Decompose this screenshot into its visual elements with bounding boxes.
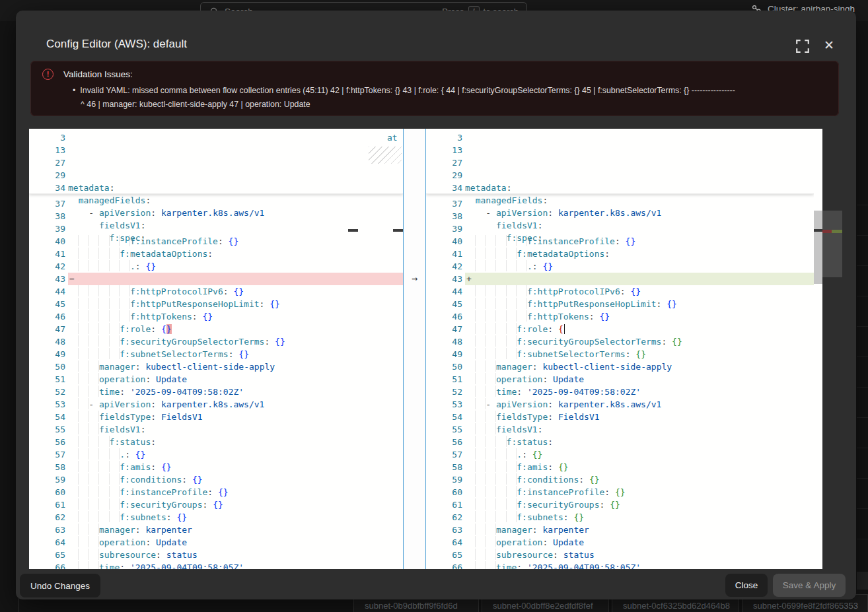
background-row-line [857, 387, 868, 388]
sticky-line-27[interactable]: 27 - apiVersion: karpenter.k8s.aws/v1 [29, 156, 403, 169]
code-line-50[interactable]: 50 fieldsType: FieldsV1 [29, 360, 403, 373]
line-number: 48 [29, 335, 65, 348]
scrollbar-slider[interactable] [814, 211, 822, 284]
code-line-53[interactable]: 53 .: {} [426, 398, 814, 411]
line-number: 65 [29, 549, 65, 561]
line-number: 56 [426, 436, 462, 448]
error-icon: ! [42, 69, 54, 80]
code-line-56[interactable]: 56 f:instanceProfile: {} [29, 436, 403, 448]
code-line-64[interactable]: 64 resourceVersion: '3429' [29, 536, 403, 549]
code-line-41[interactable]: 41 f:httpPutResponseHopLimit: {} [426, 248, 814, 260]
revert-change-arrow[interactable]: → [404, 273, 425, 285]
scrollbar-position-mark [814, 229, 822, 232]
code-line-57[interactable]: 57 f:securityGroups: {} [426, 448, 814, 461]
code-line-44[interactable]: 44 f:securityGroupSelectorTerms: {} [29, 285, 403, 298]
code-line-57[interactable]: 57 f:securityGroups: {} [29, 448, 403, 461]
sticky-line-27[interactable]: 27 - apiVersion: karpenter.k8s.aws/v1 [426, 156, 814, 169]
code-line-55[interactable]: 55 f:conditions: {} [426, 423, 814, 436]
code-line-59[interactable]: 59 manager: karpenter [29, 473, 403, 486]
line-number: 48 [426, 335, 462, 348]
code-line-66[interactable]: 66 spec: [29, 561, 403, 569]
code-line-55[interactable]: 55 f:conditions: {} [29, 423, 403, 436]
background-row-line [857, 205, 868, 205]
sticky-line-13[interactable]: 13 managedFields: [29, 144, 403, 156]
line-number: 44 [29, 285, 65, 298]
code-line-43[interactable]: 43 + f:role: { [426, 273, 814, 285]
line-number: 63 [426, 524, 462, 536]
code-line-48[interactable]: 48 time: '2025-09-04T09:58:02Z' [29, 335, 403, 348]
line-number: 52 [426, 386, 462, 398]
fullscreen-icon[interactable] [795, 39, 810, 53]
code-line-54[interactable]: 54 f:amis: {} [426, 411, 814, 423]
code-line-60[interactable]: 60 operation: Update [426, 486, 814, 498]
sticky-line-29[interactable]: 29 fieldsV1: [29, 169, 403, 182]
code-line-42[interactable]: 42 f:httpTokens: {} [29, 260, 403, 273]
line-number: 34 [29, 182, 65, 194]
code-line-51[interactable]: 51 fieldsV1: [29, 373, 403, 386]
code-line-48[interactable]: 48 time: '2025-09-04T09:58:02Z' [426, 335, 814, 348]
code-line-59[interactable]: 59 manager: karpenter [426, 473, 814, 486]
code-line-43[interactable]: 43 − f:role: {} [29, 273, 403, 285]
code-line-58[interactable]: 58 f:subnets: {} [29, 461, 403, 473]
code-line-46[interactable]: 46 manager: kubectl-client-side-apply [29, 310, 403, 323]
line-number: 40 [29, 235, 65, 248]
code-line-49[interactable]: 49 - apiVersion: karpenter.k8s.aws/v1 [426, 348, 814, 360]
code-line-49[interactable]: 49 - apiVersion: karpenter.k8s.aws/v1 [29, 348, 403, 360]
code-line-58[interactable]: 58 f:subnets: {} [426, 461, 814, 473]
code-line-45[interactable]: 45 f:subnetSelectorTerms: {} [426, 298, 814, 310]
code-line-52[interactable]: 52 f:status: [29, 386, 403, 398]
line-number: 41 [29, 248, 65, 260]
sticky-line-34[interactable]: 34 f:spec: [29, 182, 403, 194]
overview-inserted-mark [832, 230, 842, 233]
code-line-61[interactable]: 61 subresource: status [29, 498, 403, 511]
code-line-56[interactable]: 56 f:instanceProfile: {} [426, 436, 814, 448]
code-line-50[interactable]: 50 fieldsType: FieldsV1 [426, 360, 814, 373]
undo-changes-button[interactable]: Undo Changes [20, 574, 100, 597]
code-line-44[interactable]: 44 f:securityGroupSelectorTerms: {} [426, 285, 814, 298]
background-row-line [857, 265, 868, 266]
close-button[interactable]: Close [725, 574, 768, 597]
code-line-60[interactable]: 60 operation: Update [29, 486, 403, 498]
line-number: 51 [426, 373, 462, 386]
line-number: 61 [426, 498, 462, 511]
code-line-63[interactable]: 63 name: default [426, 524, 814, 536]
code-line-66[interactable]: 66 spec: [426, 561, 814, 569]
line-number: 43 [426, 273, 462, 285]
code-line-53[interactable]: 53 .: {} [29, 398, 403, 411]
code-line-62[interactable]: 62 time: '2025-09-04T09:58:05Z' [426, 511, 814, 524]
code-line-62[interactable]: 62 time: '2025-09-04T09:58:05Z' [29, 511, 403, 524]
line-number: 29 [426, 169, 462, 182]
ruler-dash [393, 229, 403, 232]
code-line-64[interactable]: 64 resourceVersion: '3429' [426, 536, 814, 549]
sticky-line-3[interactable]: 3 metadata: [29, 131, 403, 144]
validation-message-line1: •Invalid YAML: missed comma between flow… [73, 86, 735, 95]
sticky-line-29[interactable]: 29 fieldsV1: [426, 169, 814, 182]
close-icon[interactable]: ✕ [822, 39, 836, 53]
code-line-54[interactable]: 54 f:amis: {} [29, 411, 403, 423]
code-line-47[interactable]: 47 operation: Update [426, 323, 814, 335]
code-line-45[interactable]: 45 f:subnetSelectorTerms: {} [29, 298, 403, 310]
line-number: 51 [29, 373, 65, 386]
code-line-42[interactable]: 42 f:httpTokens: {} [426, 260, 814, 273]
code-line-63[interactable]: 63 name: default [29, 524, 403, 536]
sticky-line-13[interactable]: 13 managedFields: [426, 144, 814, 156]
code-line-65[interactable]: 65 uid: c8afe97e-38cc-4f91-a767-d15f2a8f… [426, 549, 814, 561]
background-row-line [857, 357, 868, 357]
code-line-41[interactable]: 41 f:httpPutResponseHopLimit: {} [29, 248, 403, 260]
background-row-line [857, 478, 868, 479]
collapsed-region-hatch[interactable] [369, 147, 402, 164]
code-line-47[interactable]: 47 operation: Update [29, 323, 403, 335]
save-apply-button-disabled[interactable]: Save & Apply [773, 574, 846, 597]
diff-sign: − [69, 273, 75, 285]
validation-message-line2: ^ 46 | manager: kubectl-client-side-appl… [81, 100, 310, 109]
sticky-line-3[interactable]: 3 metadata: [426, 131, 814, 144]
scrollbar-track[interactable] [814, 129, 822, 569]
code-line-46[interactable]: 46 manager: kubectl-client-side-apply [426, 310, 814, 323]
sticky-line-34[interactable]: 34 f:spec: [426, 182, 814, 194]
code-line-52[interactable]: 52 f:status: [426, 386, 814, 398]
code-line-65[interactable]: 65 uid: c8afe97e-38cc-4f91-a767-d15f2a8f… [29, 549, 403, 561]
diff-modified-pane: 36 f:instanceProfile: {} 37 f:metadataOp… [426, 129, 814, 569]
line-number: 53 [29, 398, 65, 411]
code-line-51[interactable]: 51 fieldsV1: [426, 373, 814, 386]
code-line-61[interactable]: 61 subresource: status [426, 498, 814, 511]
